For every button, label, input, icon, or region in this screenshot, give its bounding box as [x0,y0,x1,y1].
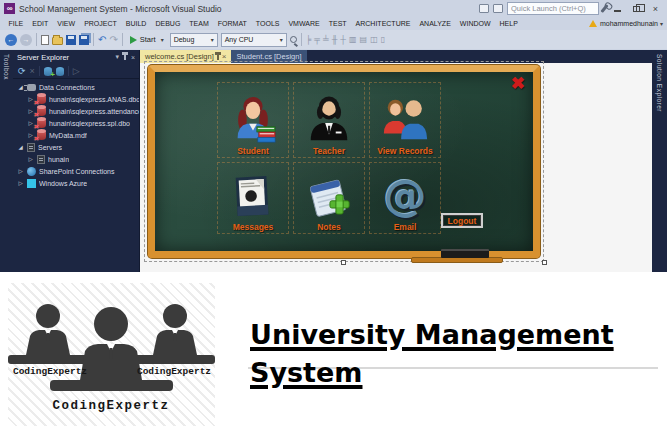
teacher-button[interactable]: Teacher [293,82,365,158]
database-disconnected-icon [37,118,46,128]
tab-student-design[interactable]: Student.cs [Design] [231,50,306,63]
find-icon[interactable] [290,36,297,43]
collapse-arrow-icon[interactable]: ▷ [27,156,34,162]
tree-item-mydata-mdf[interactable]: ▷ MyData.mdf [13,129,139,141]
tree-item-server-hunain[interactable]: ▷ hunain [13,153,139,165]
menu-vmware[interactable]: VMWARE [284,20,324,27]
codingexpertz-logo: CodingExpertz CodingExpertz CodingExpert… [8,283,215,426]
right-dock-strip: Solution Explorer [652,50,667,272]
new-file-button[interactable] [41,35,49,45]
minimize-button[interactable] [610,2,625,15]
navigate-back-button[interactable]: ← [5,34,17,46]
horizontal-spacing-icon[interactable]: ▥ [349,34,357,46]
pin-icon[interactable] [217,54,219,60]
restore-button[interactable] [629,2,644,15]
expand-arrow-icon[interactable]: ◢ [17,144,24,150]
tree-item-database-spl[interactable]: ▷ hunain\sqlexpress.spl.dbo [13,117,139,129]
menu-help[interactable]: HELP [495,20,522,27]
expand-arrow-icon[interactable]: ◢ [17,84,24,90]
feedback-icon[interactable] [479,4,489,13]
center-horizontal-icon[interactable]: ◫ [370,34,378,46]
undo-button[interactable]: ↶ [98,34,106,46]
menu-view[interactable]: VIEW [53,20,80,27]
align-bottoms-icon[interactable]: ╧ [323,34,329,46]
left-dock-strip: Toolbox [0,50,13,272]
tree-item-database-anas[interactable]: ▷ hunain\sqlexpress.ANAS.dbo [13,93,139,105]
save-button[interactable] [66,35,76,45]
tree-item-windows-azure[interactable]: ▷ Windows Azure [13,177,139,189]
document-tabstrip: welcome.cs [Design] × Student.cs [Design… [140,50,652,63]
close-icon[interactable]: × [222,52,227,61]
close-button[interactable]: × [648,2,663,15]
start-debug-button[interactable]: Start ▾ [127,32,167,47]
server-explorer-panel: Server Explorer ▾ × ⟳ × ▷ [13,50,140,272]
tab-welcome-design[interactable]: welcome.cs [Design] × [140,50,231,63]
save-all-button[interactable] [79,35,89,45]
pin-icon[interactable] [124,54,126,60]
chevron-down-icon: ▾ [660,20,663,27]
database-disconnected-icon [37,130,46,140]
redo-button[interactable]: ↷ [109,34,117,46]
collapse-arrow-icon[interactable]: ▷ [17,168,24,174]
student-button[interactable]: Student [217,82,289,158]
chevron-down-icon: ▾ [211,36,214,43]
student-icon [228,95,278,145]
chalkboard-form: ✖ [148,65,540,258]
align-tops-icon[interactable]: ╤ [314,34,320,46]
wrench-icon[interactable] [600,4,608,13]
menu-test[interactable]: TEST [324,20,351,27]
menu-window[interactable]: WINDOW [455,20,495,27]
view-records-button[interactable]: View Records [369,82,441,158]
email-button[interactable]: @ Email [369,162,441,234]
menu-build[interactable]: BUILD [121,20,151,27]
menu-debug[interactable]: DEBUG [151,20,185,27]
form-close-icon[interactable]: ✖ [511,75,525,92]
logo-figures: CodingExpertz CodingExpertz CodingExpert… [8,283,215,426]
quick-launch-input[interactable] [507,2,599,15]
tree-item-servers[interactable]: ◢ Servers [13,141,139,153]
menu-tools[interactable]: TOOLS [251,20,284,27]
close-icon[interactable]: × [131,54,135,61]
sql-debug-icon[interactable]: ▷ [73,64,80,78]
align-lefts-icon[interactable]: ╞ [306,34,312,46]
solution-configuration-dropdown[interactable]: Debug ▾ [170,33,218,47]
collapse-arrow-icon[interactable]: ▷ [17,180,24,186]
refresh-icon[interactable]: ⟳ [18,64,26,78]
connect-to-database-icon[interactable] [44,67,52,76]
tree-item-sharepoint-connections[interactable]: ▷ SharePoint Connections [13,165,139,177]
menu-format[interactable]: FORMAT [213,20,251,27]
designer-canvas: ✖ [140,63,652,272]
resize-handle-corner[interactable] [542,260,547,265]
solution-platform-dropdown[interactable]: Any CPU ▾ [221,33,287,47]
messages-button[interactable]: Messages [217,162,289,234]
menu-analyze[interactable]: ANALYZE [415,20,455,27]
window-position-icon[interactable]: ▾ [115,53,119,61]
tree-item-data-connections[interactable]: ◢ Data Connections [13,81,139,93]
menu-team[interactable]: TEAM [185,20,213,27]
tree-item-database-attendance[interactable]: ▷ hunain\sqlexpress.attendance.db [13,105,139,117]
connect-to-server-icon[interactable] [56,67,64,76]
vertical-spacing-icon[interactable]: ▤ [360,34,368,46]
toolbox-tab[interactable]: Toolbox [3,54,10,272]
account-menu[interactable]: mohammedhunain [600,20,658,27]
collapse-arrow-icon[interactable]: ▷ [27,120,34,126]
collapse-arrow-icon[interactable]: ▷ [27,108,34,114]
make-same-size-icon[interactable]: ┼ [340,34,346,46]
bring-to-front-icon[interactable]: ▯ [381,34,385,46]
notes-button[interactable]: Notes [293,162,365,234]
resize-handle-bottom[interactable] [341,260,346,265]
collapse-arrow-icon[interactable]: ▷ [27,96,34,102]
chevron-down-icon: ▾ [161,36,164,43]
open-file-button[interactable] [52,37,63,45]
navigate-forward-button[interactable]: → [20,34,32,46]
menu-file[interactable]: FILE [4,20,28,27]
notifications-icon[interactable] [493,4,503,13]
menu-architecture[interactable]: ARCHITECTURE [351,20,415,27]
logout-button[interactable]: Logout [441,213,483,228]
menu-project[interactable]: PROJECT [80,20,122,27]
collapse-arrow-icon[interactable]: ▷ [27,132,34,138]
make-same-width-icon[interactable]: ╫ [332,34,338,46]
solution-explorer-tab[interactable]: Solution Explorer [656,54,663,272]
tree-item-label: SharePoint Connections [39,168,115,175]
menu-edit[interactable]: EDIT [28,20,53,27]
